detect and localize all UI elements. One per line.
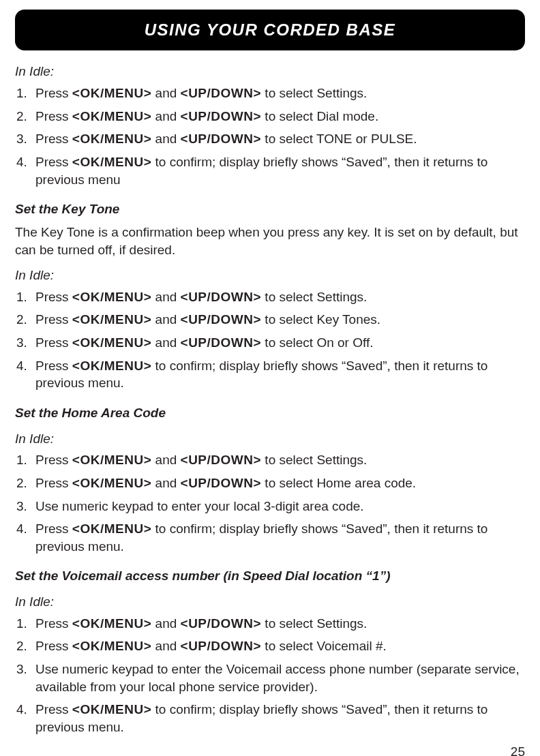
step-pre: Press	[35, 616, 72, 631]
steps-list: Press <OK/MENU> and <UP/DOWN> to select …	[15, 85, 525, 188]
step-pre: Press	[35, 453, 72, 467]
state-label: In Idle:	[15, 593, 525, 611]
step-pre: Press	[35, 109, 72, 123]
step-item: Press <OK/MENU> and <UP/DOWN> to select …	[15, 108, 525, 125]
step-item: Press <OK/MENU> and <UP/DOWN> to select …	[15, 474, 525, 492]
okmenu-key: <OK/MENU>	[72, 702, 151, 716]
state-label: In Idle:	[15, 267, 525, 284]
state-label: In Idle:	[15, 63, 525, 80]
step-pre: Press	[35, 359, 72, 373]
okmenu-key: <OK/MENU>	[72, 290, 151, 304]
step-item: Use numeric keypad to enter the Voicemai…	[15, 661, 525, 695]
updown-key: <UP/DOWN>	[181, 639, 262, 653]
step-item: Press <OK/MENU> to confirm; display brie…	[15, 520, 525, 555]
updown-key: <UP/DOWN>	[181, 476, 262, 490]
step-item: Use numeric keypad to enter your local 3…	[15, 498, 525, 515]
step-mid: and	[151, 86, 180, 100]
step-post: to select Settings.	[261, 86, 367, 100]
okmenu-key: <OK/MENU>	[72, 109, 151, 123]
step-post: to select TONE or PULSE.	[261, 132, 417, 146]
step-item: Press <OK/MENU> to confirm; display brie…	[15, 153, 525, 188]
step-post: to select Voicemail #.	[261, 639, 387, 653]
step-item: Press <OK/MENU> and <UP/DOWN> to select …	[15, 130, 525, 148]
step-mid: and	[151, 109, 180, 123]
step-item: Press <OK/MENU> to confirm; display brie…	[15, 357, 525, 392]
okmenu-key: <OK/MENU>	[72, 86, 151, 100]
step-post: to select Settings.	[261, 290, 367, 304]
step-mid: and	[151, 476, 180, 490]
steps-list: Press <OK/MENU> and <UP/DOWN> to select …	[15, 615, 525, 736]
step-mid: and	[151, 335, 180, 350]
section-heading-voicemail: Set the Voicemail access number (in Spee…	[15, 567, 525, 585]
step-pre: Press	[35, 335, 72, 350]
updown-key: <UP/DOWN>	[181, 86, 262, 100]
step-pre: Press	[35, 155, 72, 169]
okmenu-key: <OK/MENU>	[72, 521, 151, 536]
step-item: Press <OK/MENU> and <UP/DOWN> to select …	[15, 451, 525, 469]
section-heading-keytone: Set the Key Tone	[15, 200, 525, 218]
step-text: Use numeric keypad to enter the Voicemai…	[35, 662, 520, 694]
step-mid: and	[151, 453, 180, 467]
step-post: to select On or Off.	[261, 335, 373, 350]
steps-list: Press <OK/MENU> and <UP/DOWN> to select …	[15, 451, 525, 555]
step-item: Press <OK/MENU> and <UP/DOWN> to select …	[15, 334, 525, 352]
step-post: to select Settings.	[261, 453, 367, 467]
step-item: Press <OK/MENU> and <UP/DOWN> to select …	[15, 615, 525, 633]
step-mid: and	[151, 132, 180, 146]
step-pre: Press	[35, 639, 72, 653]
step-pre: Press	[35, 702, 72, 716]
page-number: 25	[15, 743, 525, 756]
step-post: to select Home area code.	[261, 476, 416, 490]
okmenu-key: <OK/MENU>	[72, 312, 151, 327]
step-pre: Press	[35, 290, 72, 304]
step-item: Press <OK/MENU> and <UP/DOWN> to select …	[15, 288, 525, 306]
section-intro: The Key Tone is a confirmation beep when…	[15, 224, 525, 258]
step-pre: Press	[35, 521, 72, 536]
updown-key: <UP/DOWN>	[181, 132, 262, 146]
updown-key: <UP/DOWN>	[181, 453, 262, 467]
step-item: Press <OK/MENU> and <UP/DOWN> to select …	[15, 85, 525, 102]
step-item: Press <OK/MENU> and <UP/DOWN> to select …	[15, 637, 525, 655]
step-mid: and	[151, 290, 180, 304]
okmenu-key: <OK/MENU>	[72, 335, 151, 350]
steps-list: Press <OK/MENU> and <UP/DOWN> to select …	[15, 288, 525, 392]
updown-key: <UP/DOWN>	[181, 109, 262, 123]
step-mid: and	[151, 616, 180, 631]
step-pre: Press	[35, 476, 72, 490]
step-text: Use numeric keypad to enter your local 3…	[35, 499, 364, 513]
okmenu-key: <OK/MENU>	[72, 639, 151, 653]
state-label: In Idle:	[15, 430, 525, 448]
step-pre: Press	[35, 86, 72, 100]
okmenu-key: <OK/MENU>	[72, 155, 151, 169]
updown-key: <UP/DOWN>	[181, 616, 262, 631]
step-post: to select Settings.	[261, 616, 367, 631]
step-post: to select Key Tones.	[261, 312, 380, 327]
updown-key: <UP/DOWN>	[181, 335, 262, 350]
okmenu-key: <OK/MENU>	[72, 616, 151, 631]
page-header-banner: USING YOUR CORDED BASE	[15, 10, 525, 50]
step-item: Press <OK/MENU> and <UP/DOWN> to select …	[15, 311, 525, 329]
step-mid: and	[151, 312, 180, 327]
updown-key: <UP/DOWN>	[181, 290, 262, 304]
step-mid: and	[151, 639, 180, 653]
okmenu-key: <OK/MENU>	[72, 453, 151, 467]
okmenu-key: <OK/MENU>	[72, 132, 151, 146]
okmenu-key: <OK/MENU>	[72, 359, 151, 373]
section-heading-areacode: Set the Home Area Code	[15, 404, 525, 422]
step-item: Press <OK/MENU> to confirm; display brie…	[15, 701, 525, 736]
updown-key: <UP/DOWN>	[181, 312, 262, 327]
okmenu-key: <OK/MENU>	[72, 476, 151, 490]
step-post: to select Dial mode.	[261, 109, 378, 123]
step-pre: Press	[35, 132, 72, 146]
step-pre: Press	[35, 312, 72, 327]
